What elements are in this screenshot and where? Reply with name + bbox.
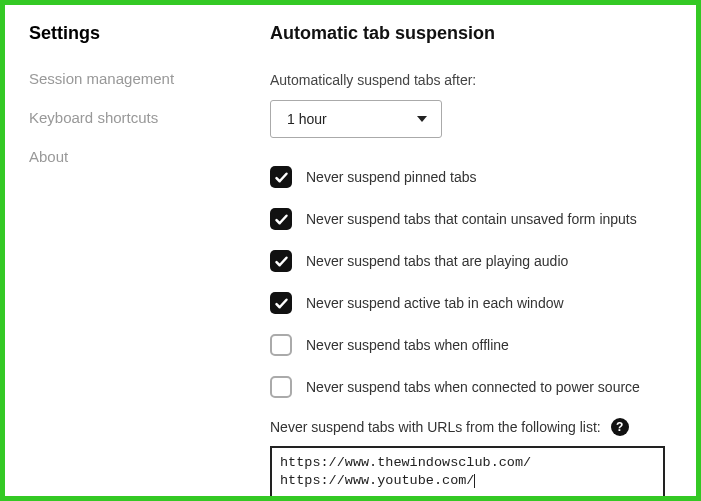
whitelist-label: Never suspend tabs with URLs from the fo… (270, 419, 601, 435)
sidebar-item-about[interactable]: About (29, 148, 230, 165)
checkbox-unsaved-form[interactable] (270, 208, 292, 230)
chevron-down-icon (417, 116, 427, 122)
option-row-power-source: Never suspend tabs when connected to pow… (270, 376, 678, 398)
checkbox-offline[interactable] (270, 334, 292, 356)
checkbox-label: Never suspend tabs when offline (306, 337, 509, 353)
option-row-playing-audio: Never suspend tabs that are playing audi… (270, 250, 678, 272)
whitelist-url-line: https://www.thewindowsclub.com/ (280, 454, 655, 472)
option-row-unsaved-form: Never suspend tabs that contain unsaved … (270, 208, 678, 230)
checkbox-label: Never suspend tabs that are playing audi… (306, 253, 568, 269)
check-icon (274, 296, 289, 311)
check-icon (274, 170, 289, 185)
checkbox-playing-audio[interactable] (270, 250, 292, 272)
checkbox-power-source[interactable] (270, 376, 292, 398)
main-panel: Automatic tab suspension Automatically s… (230, 5, 696, 496)
option-row-offline: Never suspend tabs when offline (270, 334, 678, 356)
sidebar: Settings Session management Keyboard sho… (5, 5, 230, 496)
checkbox-label: Never suspend pinned tabs (306, 169, 476, 185)
whitelist-textarea[interactable]: https://www.thewindowsclub.com/ https://… (270, 446, 665, 498)
check-icon (274, 254, 289, 269)
help-icon[interactable]: ? (611, 418, 629, 436)
whitelist-url-line: https://www.youtube.com/ (280, 472, 655, 490)
settings-window: Settings Session management Keyboard sho… (0, 0, 701, 501)
suspend-after-value: 1 hour (287, 111, 327, 127)
checkbox-active-tab[interactable] (270, 292, 292, 314)
checkbox-label: Never suspend tabs that contain unsaved … (306, 211, 637, 227)
sidebar-item-session-management[interactable]: Session management (29, 70, 230, 87)
option-row-pinned-tabs: Never suspend pinned tabs (270, 166, 678, 188)
sidebar-item-keyboard-shortcuts[interactable]: Keyboard shortcuts (29, 109, 230, 126)
suspend-after-label: Automatically suspend tabs after: (270, 72, 678, 88)
suspend-after-select[interactable]: 1 hour (270, 100, 442, 138)
page-title: Automatic tab suspension (270, 23, 678, 44)
option-row-active-tab: Never suspend active tab in each window (270, 292, 678, 314)
sidebar-item-settings[interactable]: Settings (29, 23, 230, 44)
checkbox-pinned-tabs[interactable] (270, 166, 292, 188)
checkbox-label: Never suspend tabs when connected to pow… (306, 379, 640, 395)
checkbox-label: Never suspend active tab in each window (306, 295, 564, 311)
check-icon (274, 212, 289, 227)
text-cursor (474, 474, 475, 488)
